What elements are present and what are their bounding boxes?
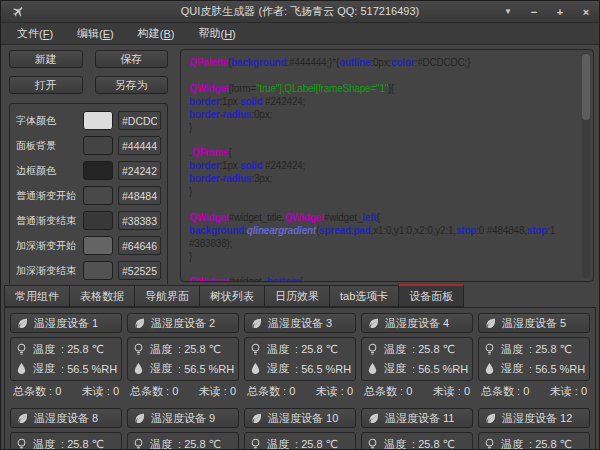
menu-mnemonic: B [160,28,175,40]
unread-value: 0 [572,385,587,397]
total-value: 0 [46,385,61,397]
maximize-button[interactable]: + [547,1,573,22]
scrollbar-thumb[interactable] [582,54,590,120]
leaf-icon [367,412,380,425]
unread-count: 未读0 [199,384,236,399]
menu-item[interactable]: 帮助H [186,23,247,44]
tab[interactable]: 日历效果 [264,285,329,307]
bulb-icon [250,343,261,356]
device-card-footer: 总条数0 未读0 [244,381,356,399]
device-title: 温湿度设备 12 [502,411,572,426]
bulb-icon [133,438,144,449]
menu-item[interactable]: 编辑E [65,23,126,44]
device-card-header: 温湿度设备 3 [244,313,356,333]
temperature-row: 温度25.8 ℃ [250,437,350,449]
device-card-body: 温度25.8 ℃ 湿度56.5 %RH [244,432,356,449]
device-card: 温湿度设备 10 温度25.8 ℃ 湿度56.5 %RH 总条数0 [244,408,356,449]
color-swatch[interactable] [83,211,113,230]
device-card-body: 温度25.8 ℃ 湿度56.5 %RH [10,432,122,449]
device-title: 温湿度设备 8 [34,411,98,426]
color-setting-label: 边框颜色 [16,164,78,178]
water-drop-icon [484,362,495,375]
hex-color-input[interactable] [118,161,161,180]
total-label: 总条数 [364,385,397,397]
toolbar-button[interactable]: 新建 [9,50,83,68]
hex-color-input[interactable] [118,261,161,280]
toolbar-button[interactable]: 保存 [95,50,169,68]
airplane-app-icon [7,5,29,18]
device-card: 温湿度设备 13 温度25.8 ℃ 湿度56.5 %RH 总条数0 [595,408,596,449]
tab[interactable]: 设备面板 [398,284,464,307]
device-title: 温湿度设备 2 [151,316,215,331]
temperature-label: 温度 [267,437,289,449]
tab[interactable]: 导航界面 [134,285,199,307]
device-card-body: 温度25.8 ℃ 湿度56.5 %RH [127,432,239,449]
menu-item[interactable]: 构建B [126,23,187,44]
temperature-row: 温度25.8 ℃ [484,437,584,449]
device-card-header: 温湿度设备 10 [244,408,356,428]
main-area: 新建 保存 打开 另存为 字体颜色 面 [1,45,599,284]
device-title: 温湿度设备 11 [385,411,454,426]
humidity-row: 湿度56.5 %RH [16,361,116,376]
hex-color-input[interactable] [118,111,161,130]
close-button[interactable]: × [573,1,599,22]
window-titlebar[interactable]: QUI皮肤生成器 (作者: 飞扬青云 QQ: 517216493) ▼ − + … [1,1,599,23]
device-title: 温湿度设备 5 [502,316,566,331]
qss-code-editor[interactable]: QPalette{background:#444444;}*{outline:0… [180,49,594,282]
device-card-footer: 总条数0 未读0 [595,381,596,399]
menu-item-label: 帮助 [198,26,220,41]
menu-item[interactable]: 文件F [5,23,65,44]
total-label: 总条数 [247,385,280,397]
tab[interactable]: tab选项卡 [329,285,398,307]
bulb-icon [367,343,378,356]
leaf-icon [484,317,497,330]
tab[interactable]: 表格数据 [69,285,134,307]
humidity-value: 56.5 %RH [295,363,351,375]
menu-item-label: 文件 [17,26,39,41]
temperature-label: 温度 [150,342,172,357]
humidity-row: 湿度56.5 %RH [484,361,584,376]
editor-scrollbar[interactable] [582,53,590,278]
device-card: 温湿度设备 9 温度25.8 ℃ 湿度56.5 %RH 总条数0 [127,408,239,449]
dropdown-button[interactable]: ▼ [495,1,521,22]
device-card-header: 温湿度设备 4 [361,313,473,333]
temperature-row: 温度25.8 ℃ [133,342,233,357]
toolbar-button[interactable]: 另存为 [95,76,169,94]
device-title: 温湿度设备 1 [34,316,98,331]
color-swatch[interactable] [83,186,113,205]
device-card: 温湿度设备 3 温度25.8 ℃ 湿度56.5 %RH 总条数0 [244,313,356,399]
color-setting-row: 加深渐变开始 [16,233,161,258]
tab[interactable]: 树状列表 [199,285,264,307]
color-swatch[interactable] [83,136,113,155]
temperature-row: 温度25.8 ℃ [367,342,467,357]
color-setting-label: 加深渐变开始 [16,239,78,253]
device-title: 温湿度设备 9 [151,411,215,426]
hex-color-input[interactable] [118,236,161,255]
device-title: 温湿度设备 10 [268,411,338,426]
hex-color-input[interactable] [118,211,161,230]
temperature-value: 25.8 ℃ [529,343,572,356]
toolbar-button[interactable]: 打开 [9,76,83,94]
total-label: 总条数 [481,385,514,397]
temperature-value: 25.8 ℃ [295,343,338,356]
menu-mnemonic: E [99,28,114,40]
total-count: 总条数0 [481,384,529,399]
color-swatch[interactable] [83,111,113,130]
color-swatch[interactable] [83,161,113,180]
unread-count: 未读0 [316,384,353,399]
device-card: 温湿度设备 5 温度25.8 ℃ 湿度56.5 %RH 总条数0 [478,313,590,399]
hex-color-input[interactable] [118,186,161,205]
device-card: 温湿度设备 8 温度25.8 ℃ 湿度56.5 %RH 总条数0 [10,408,122,449]
temperature-value: 25.8 ℃ [295,438,338,449]
hex-color-input[interactable] [118,136,161,155]
color-swatch[interactable] [83,236,113,255]
minimize-button[interactable]: − [521,1,547,22]
color-swatch[interactable] [83,261,113,280]
device-card: 温湿度设备 1 温度25.8 ℃ 湿度56.5 %RH 总条数0 [10,313,122,399]
device-card: 温湿度设备 6 温度25.8 ℃ 湿度56.5 %RH 总条数0 [595,313,596,399]
tab[interactable]: 常用组件 [4,285,69,307]
unread-value: 0 [455,385,470,397]
device-card-header: 温湿度设备 2 [127,313,239,333]
temperature-value: 25.8 ℃ [412,438,455,449]
color-setting-label: 面板背景 [16,139,78,153]
